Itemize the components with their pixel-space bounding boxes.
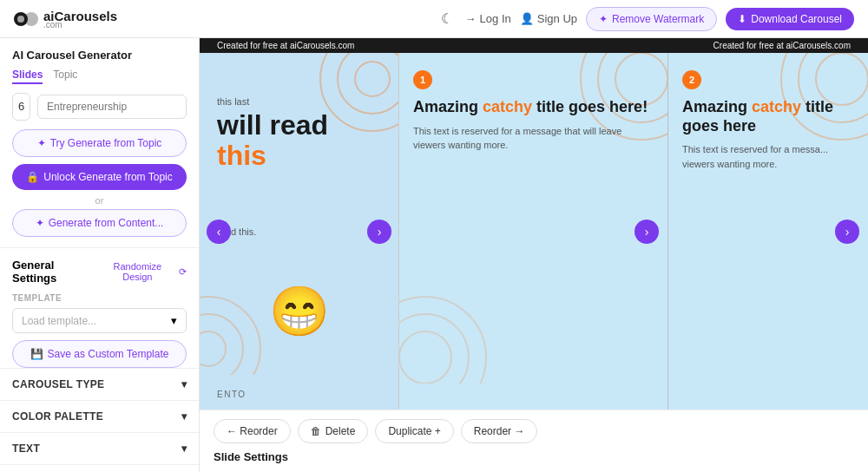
svg-point-8 [200,331,226,366]
lock-icon: 🔒 [26,171,39,183]
color-palette-header[interactable]: COLOR PALETTE ▾ [0,401,199,432]
delete-button[interactable]: 🗑 Delete [298,419,369,443]
user-icon: 👤 [520,12,534,25]
sidebar-title: AI Carousel Generator [12,49,187,62]
duplicate-button[interactable]: Duplicate + [375,419,453,443]
reorder-right-button[interactable]: Reorder → [461,419,538,443]
text-accordion: TEXT ▾ [0,432,199,464]
slides-container: this last will read this 😁 read this. ‹ [200,53,868,410]
save-custom-template-button[interactable]: 💾 Save as Custom Template [12,340,187,368]
slide-1-badge: 1 [413,70,432,89]
chevron-down-icon-carousel: ▾ [181,378,187,390]
slide-2-badge: 2 [682,70,701,89]
svg-point-5 [355,62,390,96]
general-settings-header: General Settings Randomize Design ⟳ [0,259,199,285]
slide-2-right-nav[interactable]: › [835,220,859,244]
svg-rect-2 [17,16,24,23]
svg-point-1 [24,12,38,26]
color-palette-accordion: COLOR PALETTE ▾ [0,400,199,432]
watermark-right: Created for free at aiCarousels.com [713,41,851,50]
divider-1 [0,247,199,248]
svg-point-3 [320,53,398,131]
tab-topic[interactable]: Topic [53,69,77,84]
template-section: TEMPLATE Load template... ▾ 💾 Save as Cu… [0,293,199,368]
randomize-design-button[interactable]: Randomize Design ⟳ [99,261,187,282]
text-header[interactable]: TEXT ▾ [0,433,199,464]
save-icon: 💾 [30,348,43,360]
slide-1-body: This text is reserved for a message that… [413,124,654,153]
top-nav: aiCarousels .com ☾ → Log In 👤 Sign Up ✦ … [0,0,868,38]
carousel-type-label: CAROUSEL TYPE [12,378,104,390]
template-label: TEMPLATE [12,293,187,303]
template-select[interactable]: Load template... ▾ [12,308,187,333]
text-label: TEXT [12,442,40,455]
slide-card-2: 2 Amazing catchy title goes here This te… [668,53,868,410]
watermark-left: Created for free at aiCarousels.com [217,41,354,50]
color-palette-label: COLOR PALETTE [12,410,103,423]
sidebar: AI Carousel Generator Slides Topic 6 ✦ T… [0,38,200,472]
generate-from-content-button[interactable]: ✦ Generate from Content... [12,209,187,237]
watermark-bar: Created for free at aiCarousels.com Crea… [200,38,868,53]
main-slide: this last will read this 😁 read this. ‹ [200,53,399,410]
bottom-bar: ← Reorder 🗑 Delete Duplicate + Reorder →… [200,410,868,472]
slide-settings-label: Slide Settings [214,450,854,463]
wand-icon: ✦ [599,13,608,25]
slide-1-title: Amazing catchy title goes here! [413,98,654,117]
sparkle-icon: ✦ [37,137,46,149]
slide-card-1-content: 1 Amazing catchy title goes here! This t… [399,53,667,410]
login-icon: → [465,12,477,25]
slides-row: 6 [12,93,187,121]
or-divider: or [12,195,187,206]
main-layout: AI Carousel Generator Slides Topic 6 ✦ T… [0,38,868,472]
delete-icon: 🗑 [311,425,321,437]
login-button[interactable]: → Log In [465,12,511,25]
chevron-down-icon-color: ▾ [181,410,187,423]
try-generate-topic-button[interactable]: ✦ Try Generate from Topic [12,129,187,157]
slide-next-button[interactable]: › [367,220,391,244]
topic-input[interactable] [37,95,187,119]
main-slide-emoji: 😁 [269,283,330,340]
download-carousel-button[interactable]: ⬇ Download Carousel [726,8,854,30]
shuffle-icon: ⟳ [179,266,187,278]
background-accordion: BACKGROUND DESIGN ELEMENTS ▾ [0,464,199,472]
background-header[interactable]: BACKGROUND DESIGN ELEMENTS ▾ [0,465,199,472]
signup-button[interactable]: 👤 Sign Up [520,12,577,25]
carousel-type-header[interactable]: CAROUSEL TYPE ▾ [0,369,199,400]
unlock-generate-topic-button[interactable]: 🔒 Unlock Generate from Topic [12,164,187,190]
svg-point-6 [200,297,260,375]
slide-2-body: This text is reserved for a messa... vie… [682,142,854,171]
slide-2-title: Amazing catchy title goes here [682,98,854,135]
logo: aiCarousels .com [14,7,117,31]
slides-count[interactable]: 6 [12,93,30,121]
nav-right: ☾ → Log In 👤 Sign Up ✦ Remove Watermark … [437,7,854,31]
logo-icon [14,7,38,31]
slide-card-1: 1 Amazing catchy title goes here! This t… [399,53,668,410]
canvas-area: Created for free at aiCarousels.com Crea… [200,38,868,472]
sidebar-tabs: Slides Topic [12,69,187,84]
reorder-left-button[interactable]: ← Reorder [214,419,291,443]
slide-1-right-nav[interactable]: › [635,220,659,244]
dark-mode-button[interactable]: ☾ [437,7,457,30]
slide-nav-left-button[interactable]: ‹ [207,220,231,244]
general-settings-title: General Settings [12,259,99,285]
main-slide-bottom-label: ENTO [217,390,247,399]
chevron-down-icon: ▾ [171,314,177,327]
sparkle2-icon: ✦ [36,217,44,229]
carousel-type-accordion: CAROUSEL TYPE ▾ [0,368,199,400]
template-placeholder: Load template... [22,315,96,327]
remove-watermark-button[interactable]: ✦ Remove Watermark [586,7,717,31]
bottom-actions: ← Reorder 🗑 Delete Duplicate + Reorder → [214,419,854,443]
tab-slides[interactable]: Slides [12,69,43,84]
chevron-down-icon-text: ▾ [181,442,187,455]
bg-deco-circles-main [294,53,398,157]
download-icon: ⬇ [738,13,746,25]
